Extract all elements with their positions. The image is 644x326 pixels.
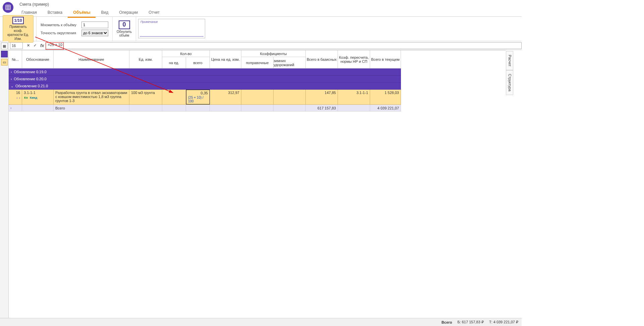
app-icon (3, 2, 13, 13)
status-bar: Всего Б: 617 157,83 ₽ Т: 4 039 221,07 ₽ (0, 318, 522, 326)
expand-icon-2[interactable]: › (19, 96, 20, 100)
section-0190[interactable]: › Обновление 0.19.0 (9, 68, 401, 76)
status-curr: Т: 4 039 221,07 ₽ (489, 320, 518, 324)
cell-price: 312,97 (210, 90, 241, 104)
col-coef-corr[interactable]: поправочные (241, 57, 274, 68)
right-tab-struct[interactable]: Структура (506, 70, 513, 95)
right-tab-calc[interactable]: Расчет (506, 51, 513, 70)
note-input[interactable]: Примечание (138, 19, 205, 38)
fraction-icon: 1/10 (12, 17, 24, 24)
cell-reference[interactable]: 16 (10, 42, 23, 49)
cell-qty-unit (162, 90, 186, 104)
tab-insert[interactable]: Вставка (42, 8, 68, 18)
col-qty-unit[interactable]: на ед. (162, 57, 186, 68)
zero-icon: 0 (119, 20, 130, 29)
expand-icon[interactable]: › (10, 106, 11, 110)
summary-row: › Всего 617 157,83 4 039 221,07 (9, 105, 401, 111)
col-curr[interactable]: Всего в текущем (370, 50, 401, 68)
window-title: Смета (пример) (16, 1, 165, 8)
formula-input[interactable]: =25 + 10 (46, 42, 522, 49)
main-grid: №... Обоснование Наименование Ед. изм. К… (9, 50, 506, 318)
cell-num: 16 › › (9, 90, 22, 104)
status-base: Б: 617 157,83 ₽ (457, 320, 483, 324)
formula-bar: 16 ✕ ✓ fx =25 + 10 (0, 41, 522, 50)
chevron-right-icon: › (11, 70, 12, 74)
col-qty-group: Кол-во на ед. всего (162, 50, 210, 68)
cell-recalc: 3.1-1-1 (338, 90, 370, 104)
col-recalc[interactable]: Коэф. пересчета, нормы НР и СП (338, 50, 370, 68)
section-0200[interactable]: › Обновление 0.20.0 (9, 76, 401, 83)
cell-name: Разработка грунта в отвал экскаваторами … (54, 90, 129, 104)
expand-icon[interactable]: › (16, 96, 17, 100)
rail-btn-3[interactable]: ▭ (1, 59, 8, 65)
right-rail: Расчет Структура (506, 51, 513, 95)
col-obos[interactable]: Обоснование (22, 50, 54, 68)
col-num[interactable]: №... (9, 50, 22, 68)
tab-report[interactable]: Отчет (143, 8, 165, 18)
fx-icon[interactable]: fx (40, 43, 44, 48)
col-qty-total[interactable]: всего (186, 57, 210, 68)
section-0210[interactable]: ⌄ Обновление 0.21.0 (9, 83, 401, 90)
table-row[interactable]: 16 › › 3.1-1-1 Кп Кинд Разработка грунта… (9, 90, 401, 105)
precision-label: Точность округления (41, 31, 79, 35)
col-coef-winter[interactable]: зимних удорожаний (274, 57, 305, 68)
col-base[interactable]: Всего в базисных (306, 50, 338, 68)
cell-coef-winter (274, 90, 306, 104)
ribbon-tabs: Главная Вставка Объёмы Вид Операции Отче… (16, 8, 165, 18)
cell-code: 3.1-1-1 Кп Кинд (22, 90, 54, 104)
rail-btn-2[interactable] (1, 51, 8, 57)
svg-rect-0 (6, 5, 10, 10)
rail-btn-1[interactable]: ▦ (1, 43, 8, 49)
col-name[interactable]: Наименование (54, 50, 129, 68)
cell-coef-corr (241, 90, 274, 104)
cell-curr: 1 528,03 (370, 90, 401, 104)
apply-coef-button[interactable]: 1/10 Применить коэф. кратности Ед. Изм. (3, 15, 34, 43)
col-coef-group: Коэффициенты поправочные зимних удорожан… (241, 50, 306, 68)
col-unit[interactable]: Ед. изм. (129, 50, 162, 68)
zero-volume-button[interactable]: 0 Обнулить объём (115, 19, 133, 39)
cell-qty-total[interactable]: 0,35 (25 + 10) / 100 (186, 90, 210, 104)
chevron-right-icon: › (11, 77, 12, 81)
ribbon: 1/10 Применить коэф. кратности Ед. Изм. … (0, 17, 522, 41)
tab-view[interactable]: Вид (96, 8, 114, 18)
col-price[interactable]: Цена на ед. изм. (210, 50, 241, 68)
cancel-icon[interactable]: ✕ (25, 43, 31, 48)
left-rail: ▦ ▭ (0, 41, 9, 318)
multiplier-input[interactable] (81, 21, 108, 28)
tab-volumes[interactable]: Объёмы (68, 8, 96, 18)
precision-select[interactable]: до 6 знаков (81, 30, 108, 36)
titlebar: Смета (пример) Главная Вставка Объёмы Ви… (0, 0, 522, 17)
chevron-down-icon: ⌄ (11, 84, 13, 88)
grid-header: №... Обоснование Наименование Ед. изм. К… (9, 50, 401, 68)
confirm-icon[interactable]: ✓ (32, 43, 38, 48)
cell-base: 147,85 (306, 90, 338, 104)
status-total-label: Всего (442, 320, 452, 324)
multiplier-label: Множитель к объёму (41, 23, 79, 27)
tab-operations[interactable]: Операции (114, 8, 143, 18)
cell-unit: 100 м3 грунта (129, 90, 162, 104)
